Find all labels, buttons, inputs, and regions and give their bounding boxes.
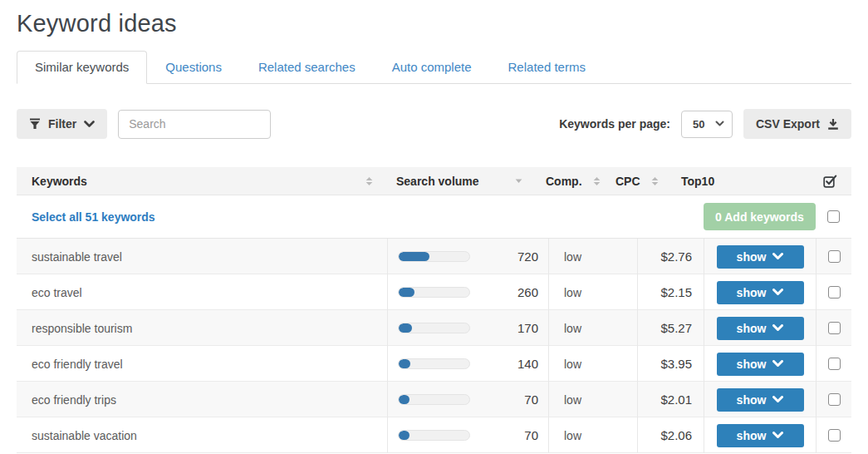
chevron-down-icon [772, 289, 783, 296]
volume-bar-fill [399, 431, 409, 440]
volume-bar [398, 251, 470, 262]
tab-label: Related terms [508, 60, 586, 74]
keyword-label: eco friendly trips [32, 393, 116, 407]
chevron-down-icon [772, 432, 783, 439]
top10-cell: show [704, 310, 816, 346]
show-button[interactable]: show [717, 281, 804, 304]
checkbox-cell [816, 310, 851, 346]
volume-bar [398, 323, 470, 333]
tab-related-terms[interactable]: Related terms [490, 51, 604, 84]
show-button-label: show [737, 322, 767, 335]
chevron-down-icon [772, 253, 783, 260]
tab-auto-complete[interactable]: Auto complete [374, 51, 490, 84]
search-volume-cell: 70 [387, 382, 548, 417]
search-input[interactable] [118, 110, 271, 139]
volume-value: 170 [517, 321, 538, 335]
show-button[interactable]: show [717, 388, 804, 412]
show-button[interactable]: show [717, 353, 804, 376]
row-checkbox[interactable] [828, 429, 841, 442]
sort-asc-desc-icon[interactable] [593, 167, 601, 195]
volume-value: 70 [524, 392, 538, 407]
competition-cell: low [548, 346, 637, 382]
keyword-cell: eco friendly trips [17, 382, 387, 417]
volume-bar [398, 430, 470, 441]
volume-bar-fill [399, 252, 429, 261]
add-keywords-button[interactable]: 0 Add keywords [704, 203, 816, 230]
tab-questions[interactable]: Questions [147, 51, 240, 84]
cpc-cell: $2.76 [637, 239, 704, 274]
cpc-cell: $5.27 [637, 310, 704, 346]
volume-bar-fill [399, 288, 414, 297]
select-all-checkbox[interactable] [827, 210, 840, 223]
chevron-down-icon [84, 121, 95, 128]
column-header-cpc: CPC [615, 167, 640, 195]
tab-label: Similar keywords [35, 60, 129, 74]
competition-value: low [564, 358, 581, 371]
tab-related-searches[interactable]: Related searches [240, 51, 374, 84]
keyword-cell: sustainable vacation [17, 417, 387, 453]
table-header: Keywords Search volume Comp. CPC Top10 [17, 167, 851, 195]
filter-button[interactable]: Filter [17, 109, 107, 139]
volume-value: 720 [517, 249, 538, 264]
checkbox-cell [816, 274, 851, 310]
cpc-value: $2.76 [660, 249, 692, 264]
row-checkbox[interactable] [828, 358, 841, 370]
competition-cell: low [548, 417, 637, 453]
show-button[interactable]: show [717, 424, 804, 447]
top10-cell: show [704, 382, 816, 417]
show-button-label: show [737, 429, 767, 442]
volume-bar [398, 358, 470, 369]
table-row: sustainable vacation 70 low $2.06 show [17, 417, 851, 453]
competition-value: low [564, 393, 581, 407]
search-volume-cell: 720 [387, 239, 548, 274]
competition-cell: low [548, 274, 637, 310]
tab-label: Related searches [258, 60, 356, 74]
chevron-down-icon [772, 324, 783, 332]
cpc-cell: $2.01 [637, 382, 704, 417]
toolbar: Filter Keywords per page: 50 CSV Export [17, 109, 851, 139]
keyword-cell: sustainable travel [17, 239, 387, 274]
table-row: eco friendly trips 70 low $2.01 show [17, 382, 851, 417]
top10-cell: show [704, 274, 816, 310]
row-checkbox[interactable] [828, 393, 841, 406]
row-checkbox[interactable] [828, 286, 841, 299]
cpc-value: $2.15 [660, 285, 692, 299]
sort-desc-icon[interactable] [515, 167, 522, 195]
csv-export-label: CSV Export [756, 117, 820, 131]
column-header-top10: Top10 [681, 167, 714, 195]
top10-cell: show [704, 417, 816, 453]
checked-box-icon[interactable] [823, 167, 837, 195]
keyword-cell: responsible tourism [17, 310, 387, 346]
cpc-cell: $3.95 [637, 346, 704, 382]
cpc-cell: $2.06 [637, 417, 704, 453]
sort-asc-desc-icon[interactable] [651, 167, 659, 195]
volume-value: 140 [517, 357, 538, 371]
competition-value: low [564, 250, 581, 264]
show-button[interactable]: show [717, 245, 804, 269]
sort-asc-desc-icon[interactable] [365, 167, 373, 195]
volume-bar [398, 287, 470, 298]
funnel-icon [29, 118, 41, 130]
column-header-search-volume: Search volume [396, 167, 479, 195]
tab-similar-keywords[interactable]: Similar keywords [17, 51, 147, 84]
cpc-cell: $2.15 [637, 274, 704, 310]
keywords-table: Keywords Search volume Comp. CPC Top10 [17, 167, 851, 453]
chevron-down-icon [772, 396, 783, 403]
search-volume-cell: 70 [387, 417, 548, 453]
competition-cell: low [548, 239, 637, 274]
download-icon [827, 118, 839, 130]
csv-export-button[interactable]: CSV Export [743, 109, 851, 139]
select-all-link[interactable]: Select all 51 keywords [17, 210, 387, 224]
row-checkbox[interactable] [828, 322, 841, 334]
volume-value: 260 [517, 285, 538, 299]
page-title: Keyword ideas [17, 10, 851, 37]
per-page-select[interactable]: 50 [681, 111, 733, 138]
select-all-row: Select all 51 keywords 0 Add keywords [17, 195, 851, 239]
keyword-cell: eco travel [17, 274, 387, 310]
row-checkbox[interactable] [828, 250, 841, 263]
checkbox-cell [816, 346, 851, 382]
column-header-comp: Comp. [546, 167, 582, 195]
competition-cell: low [548, 382, 637, 417]
show-button-label: show [737, 250, 767, 264]
show-button[interactable]: show [717, 317, 804, 340]
